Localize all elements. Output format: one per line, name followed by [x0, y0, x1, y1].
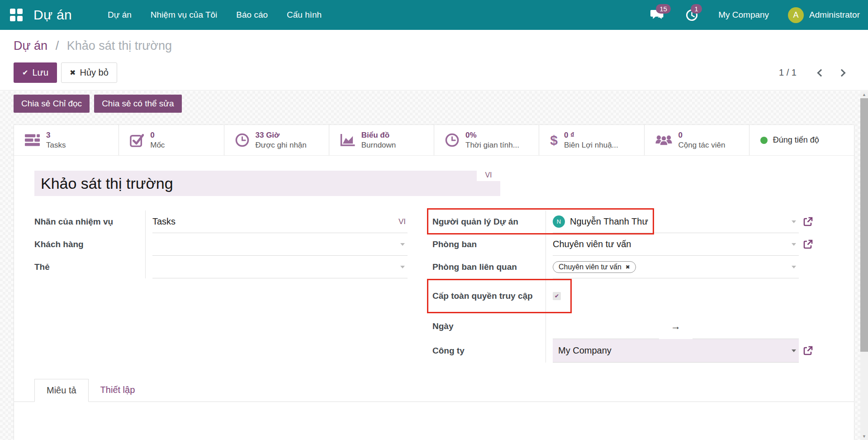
navbar-systray: 15 1 My Company A Administrator — [646, 6, 860, 24]
control-panel: Dự án / Khảo sát thị trường ✔ Lưu ✖ Hủy … — [0, 30, 868, 91]
company-label: Công ty — [432, 339, 545, 363]
tags-select[interactable] — [152, 256, 408, 278]
project-manager-label: Người quản lý Dự án — [432, 210, 545, 233]
menu-item-reporting[interactable]: Báo cáo — [227, 0, 277, 30]
field-department: Phòng ban Chuyên viên tư vấn — [432, 233, 834, 256]
breadcrumb: Dự án / Khảo sát thị trường — [14, 39, 172, 53]
full-access-checkbox[interactable]: ✔ — [553, 292, 561, 300]
stat-label: Thời gian tính... — [465, 140, 519, 150]
title-language-badge[interactable]: VI — [477, 169, 500, 181]
apps-menu-icon[interactable] — [10, 9, 23, 21]
menu-item-projects[interactable]: Dự án — [98, 0, 141, 30]
form-sheet: 3 Tasks 0 Mốc — [14, 124, 854, 440]
save-button-label: Lưu — [32, 67, 48, 78]
field-related-departments: Phòng ban liên quan Chuyên viên tư vấn ✖ — [432, 256, 834, 278]
project-manager-select[interactable]: N Nguyễn Thanh Thư — [553, 210, 799, 233]
stat-button-remaining-time[interactable]: 0% Thời gian tính... — [434, 125, 539, 155]
share-readonly-button[interactable]: Chia sẻ Chỉ đọc — [14, 95, 90, 113]
breadcrumb-projects-link[interactable]: Dự án — [14, 39, 47, 53]
stat-button-recorded-hours[interactable]: 33 Giờ Được ghi nhận — [224, 125, 329, 155]
tab-content-empty — [14, 402, 854, 440]
scrollbar-thumb[interactable] — [860, 98, 868, 352]
scrollbar-up-icon[interactable]: ▲ — [860, 91, 868, 98]
main-menu: Dự án Nhiệm vụ của Tôi Báo cáo Cấu hình — [98, 0, 331, 30]
share-editable-button[interactable]: Chia sẻ có thể sửa — [94, 95, 182, 113]
stat-button-tasks[interactable]: 3 Tasks — [14, 125, 119, 155]
department-value: Chuyên viên tư vấn — [553, 239, 631, 249]
status-dot-icon — [760, 137, 768, 144]
project-name-input[interactable]: Khảo sát thị trường — [34, 171, 500, 196]
clock-icon — [445, 133, 459, 147]
stat-value: 0 ₫ — [564, 130, 618, 140]
breadcrumb-current: Khảo sát thị trường — [67, 39, 172, 53]
manager-external-link-icon[interactable] — [799, 210, 817, 233]
menu-item-my-tasks[interactable]: Nhiệm vụ của Tôi — [141, 0, 227, 30]
chevron-down-icon[interactable] — [400, 266, 405, 268]
customer-select[interactable] — [152, 233, 408, 256]
chevron-down-icon[interactable] — [792, 220, 796, 223]
full-access-label: Cấp toàn quyền truy cập — [432, 278, 545, 314]
stat-button-milestones[interactable]: 0 Mốc — [119, 125, 224, 155]
chevron-down-icon[interactable] — [792, 349, 796, 352]
user-menu[interactable]: Administrator — [809, 10, 860, 20]
app-brand[interactable]: Dự án — [33, 7, 72, 23]
company-switcher[interactable]: My Company — [718, 10, 769, 20]
notebook-tabs: Miêu tả Thiết lập — [14, 379, 854, 402]
chevron-down-icon[interactable] — [400, 243, 405, 246]
project-title-field: Khảo sát thị trường VI — [34, 171, 500, 196]
tab-settings[interactable]: Thiết lập — [89, 379, 147, 402]
tag-remove-icon[interactable]: ✖ — [626, 264, 630, 270]
end-date-input[interactable] — [693, 314, 799, 339]
stat-value: 0% — [465, 130, 519, 140]
top-navbar: Dự án Dự án Nhiệm vụ của Tôi Báo cáo Cấu… — [0, 0, 868, 30]
start-date-input[interactable] — [553, 314, 659, 339]
chevron-down-icon[interactable] — [792, 243, 796, 246]
stat-label: Burndown — [361, 140, 396, 150]
clock-icon — [235, 133, 249, 147]
task-label-input[interactable]: Tasks VI — [152, 210, 408, 233]
project-status[interactable]: Đúng tiến độ — [749, 125, 854, 155]
related-departments-label: Phòng ban liên quan — [432, 256, 545, 278]
vertical-scrollbar[interactable]: ▲ ▼ — [860, 91, 868, 440]
discard-button[interactable]: ✖ Hủy bỏ — [61, 62, 117, 83]
stat-label: Được ghi nhận — [256, 140, 307, 150]
stat-value: 0 — [150, 130, 165, 140]
tags-label: Thẻ — [34, 256, 145, 278]
stat-buttons-row: 3 Tasks 0 Mốc — [14, 125, 854, 156]
field-full-access: Cấp toàn quyền truy cập ✔ — [432, 278, 834, 314]
department-tag-label: Chuyên viên tư vấn — [559, 263, 621, 271]
stat-button-burndown-chart[interactable]: Biểu đồ Burndown — [329, 125, 434, 155]
project-manager-value: Nguyễn Thanh Thư — [570, 216, 648, 227]
department-label: Phòng ban — [432, 233, 545, 256]
form-action-buttons: ✔ Lưu ✖ Hủy bỏ — [14, 62, 117, 83]
related-departments-select[interactable]: Chuyên viên tư vấn ✖ — [553, 256, 799, 278]
department-select[interactable]: Chuyên viên tư vấn — [553, 233, 799, 256]
check-square-icon — [130, 134, 144, 147]
scrollbar-down-icon[interactable]: ▼ — [860, 433, 868, 440]
check-icon: ✔ — [22, 68, 28, 77]
messages-button[interactable]: 15 — [646, 6, 669, 24]
share-buttons-row: Chia sẻ Chỉ đọc Chia sẻ có thể sửa — [14, 95, 868, 113]
stat-button-collaborators[interactable]: 0 Cộng tác viên — [645, 125, 749, 155]
stat-label: Mốc — [150, 140, 165, 150]
pager-next-icon[interactable] — [838, 69, 846, 77]
task-label-language-badge[interactable]: VI — [398, 217, 406, 226]
company-select[interactable]: My Company — [553, 339, 799, 363]
chevron-down-icon[interactable] — [792, 266, 796, 268]
save-button[interactable]: ✔ Lưu — [14, 62, 57, 83]
manager-avatar: N — [553, 215, 565, 228]
stat-button-profit-margin[interactable]: $ 0 ₫ Biên Lợi nhuậ... — [539, 125, 644, 155]
form-right-column: Người quản lý Dự án N Nguyễn Thanh Thư — [432, 210, 834, 363]
department-external-link-icon[interactable] — [799, 233, 817, 256]
user-avatar[interactable]: A — [788, 7, 804, 23]
tab-description[interactable]: Miêu tả — [34, 379, 89, 402]
department-tag[interactable]: Chuyên viên tư vấn ✖ — [553, 261, 636, 273]
company-external-link-icon[interactable] — [799, 339, 817, 363]
pager-previous-icon[interactable] — [817, 69, 825, 77]
customer-label: Khách hàng — [34, 233, 145, 256]
field-task-label: Nhãn của nhiệm vụ Tasks VI — [34, 210, 408, 233]
messages-count-badge: 15 — [656, 4, 671, 14]
activities-button[interactable]: 1 — [681, 6, 703, 24]
task-label-value: Tasks — [152, 216, 175, 227]
menu-item-configuration[interactable]: Cấu hình — [277, 0, 331, 30]
